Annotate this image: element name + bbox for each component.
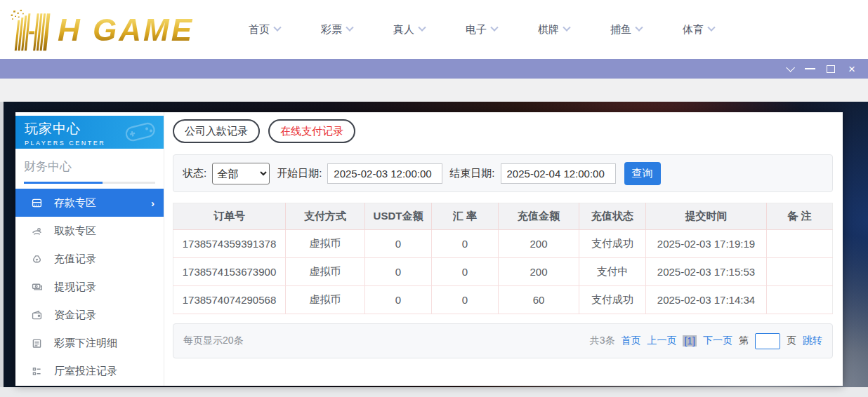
close-icon: × [848,63,855,75]
cell-submit-time: 2025-02-03 17:19:19 [646,230,767,258]
hand-money-icon [31,225,43,237]
sidebar-item-hall-bet-records[interactable]: 厅室投注记录 [15,357,164,385]
current-page-indicator[interactable]: [1] [683,335,697,346]
sidebar-item-deposit-zone[interactable]: 存款专区 › [15,189,164,217]
page-prefix-label: 第 [739,335,749,347]
first-page-link[interactable]: 首页 [621,335,640,347]
page-number-input[interactable] [755,333,780,349]
end-date-input[interactable] [501,163,616,184]
sidebar-item-withdraw-zone[interactable]: 取款专区 [15,217,164,245]
document-list-icon [31,337,43,349]
cell-recharge-amount: 200 [499,230,579,258]
table-row: 1738574074290568 虚拟币 0 0 60 支付成功 2025-02… [173,286,833,314]
window-titlebar: × [0,59,868,79]
payment-records-table: 订单号 支付方式 USDT金额 汇 率 充值金额 充值状态 提交时间 备 注 1… [173,203,833,314]
cell-submit-time: 2025-02-03 17:15:53 [646,258,767,286]
nav-item-live[interactable]: 真人 [393,23,466,36]
record-tabs: 公司入款记录 在线支付记录 [173,119,833,143]
next-page-link[interactable]: 下一页 [703,335,732,347]
logo-h-mark-icon [8,8,55,51]
cell-payment-method: 虚拟币 [286,258,365,286]
sidebar-item-lottery-bet-details[interactable]: 彩票下注明细 [15,329,164,357]
sidebar-header: 玩家中心 PLAYERS CENTER [15,116,164,149]
start-date-input[interactable] [327,163,442,184]
header-recharge-amount: 充值金额 [499,203,579,230]
cell-usdt-amount: 0 [365,258,432,286]
filter-bar: 状态: 全部 开始日期: 结束日期: 查询 [173,154,833,192]
wallet-icon [31,309,43,321]
search-button[interactable]: 查询 [624,162,661,185]
minimize-icon [805,68,815,69]
prev-page-link[interactable]: 上一页 [647,335,676,347]
player-center-panel: 玩家中心 PLAYERS CENTER 财务中心 存 [15,112,843,386]
list-items-icon [31,365,43,377]
nav-item-sports[interactable]: 体育 [683,23,755,36]
status-select[interactable]: 全部 [212,163,270,184]
brand-logo: H GAME [8,8,213,51]
header-remark: 备 注 [767,203,833,230]
page-suffix-label: 页 [787,335,796,347]
content-area: 公司入款记录 在线支付记录 状态: 全部 开始日期: 结束日期: 查询 订单号 [164,112,843,386]
money-bag-icon [31,253,43,265]
deposit-card-icon [31,197,43,209]
table-header-row: 订单号 支付方式 USDT金额 汇 率 充值金额 充值状态 提交时间 备 注 [173,203,833,230]
nav-item-home[interactable]: 首页 [249,23,321,36]
cell-remark [767,258,833,286]
nav-item-slots[interactable]: 电子 [466,23,538,36]
page-size-text: 每页显示20条 [183,335,244,347]
window-collapse-button[interactable] [778,59,799,79]
header-order-number: 订单号 [173,203,286,230]
subheader-strip [0,79,868,102]
table-row: 1738574359391378 虚拟币 0 0 200 支付成功 2025-0… [173,230,833,258]
cell-order-number: 1738574359391378 [173,230,286,258]
window-close-button[interactable]: × [841,59,862,79]
sidebar-item-withdrawal-records[interactable]: 提现记录 [15,273,164,301]
cell-recharge-amount: 60 [499,286,579,314]
sidebar-item-recharge-records[interactable]: 充值记录 [15,245,164,273]
header-exchange-rate: 汇 率 [432,203,499,230]
cell-exchange-rate: 0 [432,258,499,286]
total-count-text: 共3条 [590,335,615,347]
chevron-down-icon [273,24,281,32]
chevron-down-icon [346,24,353,32]
chevron-down-icon [490,24,498,32]
bottom-strip [0,387,868,397]
end-date-label: 结束日期: [449,167,494,180]
chevron-down-icon [707,24,715,32]
start-date-label: 开始日期: [277,167,322,180]
sidebar-item-fund-records[interactable]: 资金记录 [15,301,164,329]
nav-item-fishing[interactable]: 捕鱼 [610,23,683,36]
logo-text: H GAME [58,15,194,51]
header-payment-method: 支付方式 [286,203,365,230]
app-header: H GAME 首页 彩票 真人 电子 棋牌 捕鱼 体育 [0,0,868,59]
sidebar-section-title: 财务中心 [24,159,155,184]
tab-company-deposit-records[interactable]: 公司入款记录 [173,119,260,143]
nav-item-lottery[interactable]: 彩票 [321,23,393,36]
cell-payment-method: 虚拟币 [286,286,365,314]
cell-recharge-status: 支付成功 [579,230,646,258]
header-submit-time: 提交时间 [646,203,767,230]
chevron-down-icon [563,24,570,32]
nav-item-cards[interactable]: 棋牌 [538,23,610,36]
cell-payment-method: 虚拟币 [286,230,365,258]
tab-online-payment-records[interactable]: 在线支付记录 [268,119,355,143]
cell-remark [767,286,833,314]
cell-usdt-amount: 0 [365,286,432,314]
cell-recharge-status: 支付成功 [579,286,646,314]
header-recharge-status: 充值状态 [579,203,646,230]
status-label: 状态: [183,167,206,180]
window-minimize-button[interactable] [799,59,820,79]
main-nav: 首页 彩票 真人 电子 棋牌 捕鱼 体育 [249,23,755,36]
maximize-icon [827,65,835,73]
cell-remark [767,230,833,258]
table-row: 1738574153673900 虚拟币 0 0 200 支付中 2025-02… [173,258,833,286]
jump-button[interactable]: 跳转 [803,335,822,347]
window-maximize-button[interactable] [820,59,841,79]
cell-exchange-rate: 0 [432,286,499,314]
header-usdt-amount: USDT金额 [365,203,432,230]
sidebar: 玩家中心 PLAYERS CENTER 财务中心 存 [15,112,164,386]
pagination-bar: 每页显示20条 共3条 首页 上一页 [1] 下一页 第 页 跳转 [173,323,833,358]
cell-exchange-rate: 0 [432,230,499,258]
page-background: 玩家中心 PLAYERS CENTER 财务中心 存 [0,102,868,387]
chevron-down-icon [786,63,795,72]
